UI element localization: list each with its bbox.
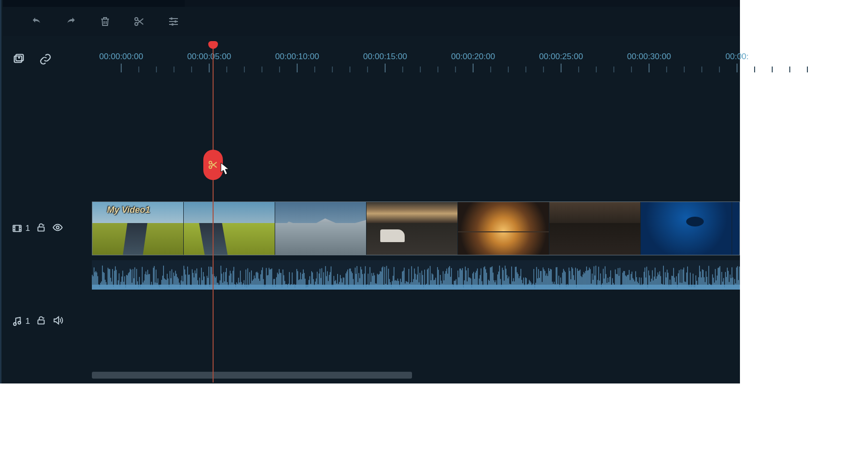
svg-rect-706 [735, 279, 735, 290]
add-marker-icon[interactable] [13, 53, 25, 68]
svg-rect-197 [263, 279, 263, 290]
svg-rect-692 [721, 272, 722, 290]
svg-rect-611 [647, 267, 647, 290]
svg-rect-260 [322, 268, 322, 290]
svg-rect-336 [392, 281, 392, 290]
svg-rect-49 [126, 275, 127, 290]
svg-rect-408 [458, 277, 459, 290]
svg-rect-606 [642, 286, 642, 290]
svg-rect-229 [293, 285, 293, 290]
redo-button[interactable] [64, 15, 78, 28]
svg-rect-640 [673, 268, 674, 290]
svg-rect-155 [224, 281, 225, 290]
audio-track [3, 260, 740, 290]
svg-rect-98 [172, 270, 172, 290]
svg-rect-383 [435, 278, 436, 290]
svg-rect-231 [295, 288, 295, 290]
audio-waveform[interactable] [92, 260, 740, 290]
svg-rect-66 [142, 267, 142, 290]
svg-rect-393 [445, 274, 445, 290]
svg-rect-489 [534, 269, 534, 290]
timeline-ruler[interactable]: 00:00:00:0000:00:05:0000:00:10:0000:00:1… [92, 36, 740, 79]
svg-rect-151 [220, 266, 221, 290]
undo-button[interactable] [30, 15, 43, 28]
svg-rect-486 [531, 283, 531, 290]
svg-rect-326 [383, 267, 383, 290]
svg-rect-103 [176, 274, 176, 290]
svg-rect-81 [156, 270, 156, 290]
svg-rect-206 [271, 269, 272, 290]
svg-rect-526 [568, 286, 568, 290]
video-track-lock-button[interactable] [36, 222, 46, 235]
svg-rect-430 [479, 278, 479, 290]
music-track-mute-button[interactable] [52, 315, 63, 328]
svg-rect-108 [181, 280, 181, 290]
svg-rect-705 [734, 286, 734, 290]
music-track-lock-button[interactable] [36, 315, 46, 328]
svg-rect-671 [702, 270, 702, 290]
svg-rect-382 [434, 280, 435, 290]
video-track-visibility-button[interactable] [52, 222, 63, 235]
svg-rect-179 [246, 288, 247, 290]
split-button[interactable] [132, 15, 146, 28]
svg-rect-221 [285, 284, 286, 290]
svg-rect-676 [707, 277, 707, 290]
svg-rect-636 [670, 280, 670, 290]
svg-rect-443 [491, 267, 491, 290]
svg-rect-493 [537, 278, 538, 290]
music-track-number: 1 [25, 316, 30, 326]
svg-rect-95 [169, 287, 169, 290]
svg-rect-279 [339, 282, 340, 290]
clip-thumbnail [275, 202, 367, 255]
svg-rect-129 [200, 286, 201, 290]
svg-rect-16 [96, 271, 96, 290]
svg-rect-659 [691, 287, 692, 290]
svg-rect-423 [473, 273, 473, 290]
svg-rect-309 [367, 284, 368, 290]
svg-rect-707 [736, 283, 736, 290]
svg-rect-587 [624, 271, 625, 290]
svg-rect-162 [231, 273, 231, 290]
ruler-label: 00:00:10:00 [275, 52, 319, 62]
svg-rect-464 [510, 284, 511, 290]
svg-rect-39 [117, 285, 117, 290]
svg-rect-492 [536, 267, 537, 290]
link-icon[interactable] [39, 53, 52, 68]
svg-rect-444 [492, 266, 492, 290]
svg-rect-425 [474, 279, 475, 290]
svg-rect-138 [209, 267, 209, 290]
svg-rect-545 [586, 271, 586, 290]
svg-rect-565 [604, 278, 605, 290]
horizontal-scrollbar[interactable] [92, 372, 740, 379]
svg-rect-673 [704, 277, 704, 290]
svg-rect-306 [364, 273, 365, 290]
svg-rect-616 [651, 279, 651, 290]
svg-rect-438 [486, 273, 487, 290]
svg-rect-534 [575, 268, 576, 290]
svg-rect-334 [390, 282, 391, 290]
svg-rect-533 [574, 280, 575, 290]
svg-rect-558 [597, 280, 598, 290]
svg-rect-474 [520, 276, 520, 290]
svg-rect-577 [615, 270, 615, 290]
svg-point-2 [171, 18, 173, 20]
svg-rect-257 [319, 273, 319, 290]
svg-point-3 [174, 21, 176, 22]
delete-button[interactable] [98, 15, 112, 28]
svg-rect-630 [664, 285, 665, 290]
ruler-label: 00:00: [725, 52, 748, 62]
svg-rect-223 [287, 288, 288, 290]
svg-rect-618 [653, 280, 653, 290]
adjust-button[interactable] [167, 15, 180, 28]
playhead[interactable] [213, 42, 214, 382]
clip-thumbnail [732, 202, 740, 255]
video-clip[interactable]: My Video1 [92, 202, 740, 255]
svg-rect-461 [508, 278, 508, 290]
scrollbar-thumb[interactable] [92, 372, 412, 379]
svg-rect-518 [561, 277, 561, 290]
mouse-cursor-icon [220, 162, 231, 176]
svg-rect-28 [107, 286, 107, 290]
svg-rect-575 [613, 283, 613, 290]
svg-rect-700 [729, 282, 729, 290]
clip-thumbnail [184, 202, 275, 255]
